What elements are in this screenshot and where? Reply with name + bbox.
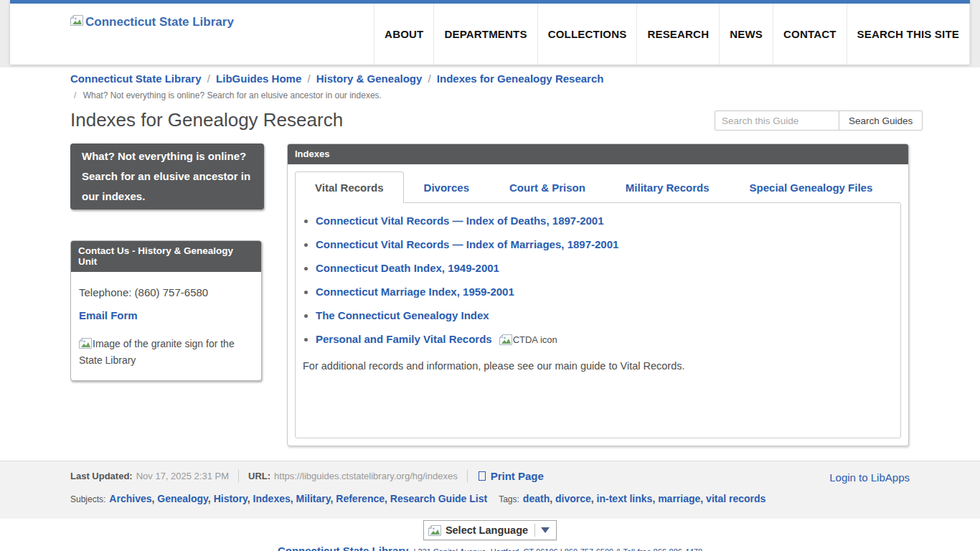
divider	[534, 524, 535, 537]
tab[interactable]: Special Genealogy Files	[730, 171, 893, 203]
search-guides-button[interactable]: Search Guides	[839, 110, 923, 131]
select-language-dropdown[interactable]: Select Language	[423, 520, 557, 540]
breadcrumb: Connecticut State Library LibGuides Home…	[70, 72, 603, 85]
nav-item[interactable]: SEARCH THIS SITE	[847, 4, 970, 65]
broken-image-icon	[70, 15, 83, 26]
divider	[467, 470, 468, 482]
subject-item: Genealogy	[157, 494, 213, 504]
last-updated-value: Nov 17, 2025 2:31 PM	[136, 471, 229, 481]
list-item: Connecticut Marriage Index, 1959-2001	[316, 286, 893, 298]
breadcrumb-item: History & Genealogy	[316, 72, 437, 85]
login-to-libapps-link[interactable]: Login to LibApps	[829, 471, 910, 484]
guide-footer: Last Updated: Nov 17, 2025 2:31 PM URL: …	[0, 461, 980, 519]
record-index-link[interactable]: Connecticut Vital Records — Index of Mar…	[316, 238, 618, 250]
nav-item[interactable]: RESEARCH	[636, 4, 719, 65]
telephone-line: Telephone: (860) 757-6580	[79, 286, 253, 298]
vital-records-link-list: Connecticut Vital Records — Index of Dea…	[303, 215, 893, 347]
tag-item: marriage	[658, 494, 706, 504]
broken-image-icon	[79, 338, 92, 349]
subjects-label: Subjects:	[70, 494, 105, 504]
tag-link[interactable]: vital records	[706, 493, 765, 504]
breadcrumb-link[interactable]: Indexes for Genealogy Research	[437, 72, 604, 85]
site-logo-link[interactable]: Connecticut State Library	[70, 15, 234, 65]
site-address-line: Connecticut State Library | 231 Capitol …	[0, 545, 980, 551]
nav-item[interactable]: ABOUT	[374, 4, 433, 65]
subjects-row: Subjects:ArchivesGenealogyHistoryIndexes…	[70, 493, 910, 504]
breadcrumb-note-text: What? Not everything is online? Search f…	[83, 90, 382, 100]
nav-item[interactable]: DEPARTMENTS	[433, 4, 537, 65]
search-input[interactable]	[715, 110, 839, 131]
subject-item: Reference	[336, 494, 390, 504]
subject-link[interactable]: Research Guide List	[390, 493, 487, 504]
ctda-alt-text: CTDA icon	[513, 334, 557, 345]
page-title: Indexes for Genealogy Research	[70, 109, 343, 131]
email-form-link[interactable]: Email Form	[79, 309, 138, 321]
tag-link[interactable]: death	[523, 493, 550, 504]
tag-link[interactable]: in-text links	[597, 493, 653, 504]
indexes-box: Indexes Vital Records Divorces Court & P…	[287, 143, 909, 446]
granite-sign-alt-text: Image of the granite sign for the State …	[79, 338, 235, 366]
record-index-link[interactable]: The Connecticut Genealogy Index	[316, 309, 489, 321]
tab[interactable]: Vital Records	[295, 171, 404, 203]
subject-item: Military	[296, 494, 336, 504]
telephone-value: (860) 757-6580	[135, 286, 209, 298]
url-value: https://libguides.ctstatelibrary.org/hg/…	[274, 471, 458, 481]
telephone-label: Telephone:	[79, 286, 131, 298]
subject-link[interactable]: History	[214, 493, 248, 504]
breadcrumb-link[interactable]: Connecticut State Library	[70, 72, 202, 85]
tag-item: death	[523, 494, 555, 504]
list-item: Connecticut Vital Records — Index of Dea…	[316, 215, 893, 227]
breadcrumb-link[interactable]: LibGuides Home	[216, 72, 301, 85]
subjects-list: ArchivesGenealogyHistoryIndexesMilitaryR…	[109, 494, 487, 504]
ctda-image-placeholder: CTDA icon	[499, 334, 557, 345]
print-page-label: Print Page	[491, 470, 544, 482]
subject-link[interactable]: Genealogy	[157, 493, 208, 504]
broken-image-icon	[428, 525, 441, 536]
updated-row: Last Updated: Nov 17, 2025 2:31 PM URL: …	[70, 461, 910, 482]
tab[interactable]: Divorces	[404, 171, 489, 203]
record-index-link[interactable]: Personal and Family Vital Records	[316, 333, 492, 345]
site-name: Connecticut State Library	[278, 545, 409, 551]
tag-link[interactable]: divorce	[555, 493, 591, 504]
url-label: URL:	[248, 471, 270, 481]
subject-link[interactable]: Reference	[336, 493, 385, 504]
last-updated-label: Last Updated:	[70, 471, 133, 481]
print-page-link[interactable]: Print Page	[479, 470, 544, 482]
site-header: Connecticut State Library ABOUT DEPARTME…	[10, 0, 970, 65]
list-item: Connecticut Vital Records — Index of Mar…	[316, 238, 893, 251]
tab-panel-vital-records: Connecticut Vital Records — Index of Dea…	[295, 202, 901, 438]
subject-link[interactable]: Archives	[109, 493, 151, 504]
nav-item[interactable]: NEWS	[719, 4, 773, 65]
indexes-box-title: Indexes	[288, 144, 908, 164]
tab-bar: Vital Records Divorces Court & Prison Mi…	[295, 171, 901, 203]
site-logo-text: Connecticut State Library	[85, 15, 234, 29]
subject-link[interactable]: Military	[296, 493, 331, 504]
page: Connecticut State Library ABOUT DEPARTME…	[0, 0, 980, 551]
nav-item[interactable]: COLLECTIONS	[537, 4, 637, 65]
nav-item[interactable]: CONTACT	[773, 4, 847, 65]
contact-box-title: Contact Us - History & Genealogy Unit	[71, 241, 261, 272]
breadcrumb-link[interactable]: History & Genealogy	[316, 72, 423, 85]
tag-link[interactable]: marriage	[658, 493, 700, 504]
tag-item: vital records	[706, 494, 765, 504]
print-icon	[479, 471, 486, 481]
chevron-down-icon	[541, 527, 550, 533]
record-index-link[interactable]: Connecticut Marriage Index, 1959-2001	[316, 286, 514, 298]
granite-sign-image-placeholder: Image of the granite sign for the State …	[79, 336, 253, 369]
site-address-text: | 231 Capitol Avenue, Hartford, CT 06106…	[411, 547, 702, 551]
additional-records-note: For additional records and information, …	[303, 360, 893, 372]
subject-link[interactable]: Indexes	[253, 493, 291, 504]
subject-item: Research Guide List	[390, 494, 487, 504]
breadcrumb-item: Connecticut State Library	[70, 72, 216, 85]
breadcrumb-note: What? Not everything is online? Search f…	[74, 90, 382, 100]
primary-nav: ABOUT DEPARTMENTS COLLECTIONS RESEARCH N…	[374, 4, 970, 65]
sidebar: What? Not everything is online? Search f…	[70, 143, 264, 381]
tab[interactable]: Military Records	[606, 171, 730, 203]
list-item: The Connecticut Genealogy Index	[316, 309, 893, 322]
record-index-link[interactable]: Connecticut Death Index, 1949-2001	[316, 262, 499, 274]
tags-label: Tags:	[499, 494, 519, 504]
tab[interactable]: Court & Prison	[489, 171, 606, 203]
record-index-link[interactable]: Connecticut Vital Records — Index of Dea…	[316, 215, 604, 227]
list-item: Personal and Family Vital RecordsCTDA ic…	[316, 333, 893, 347]
tag-item: divorce	[555, 494, 597, 504]
